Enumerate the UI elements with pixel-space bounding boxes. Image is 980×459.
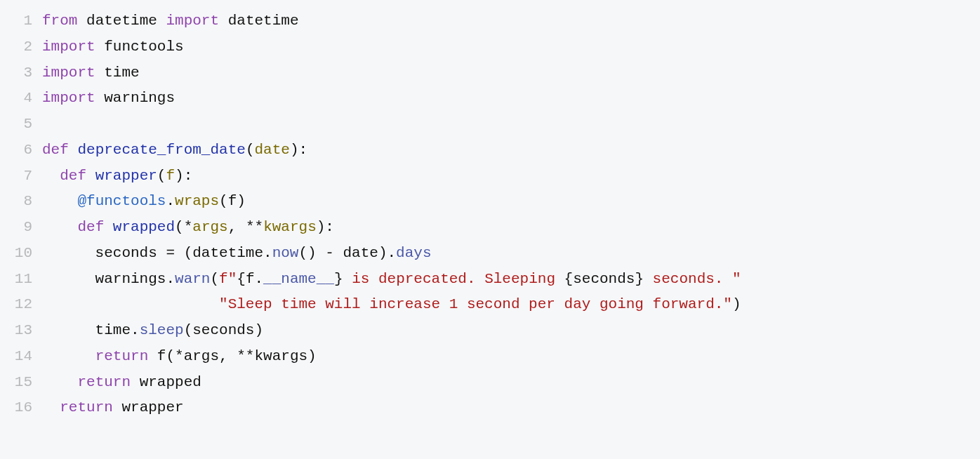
token-param: args xyxy=(192,219,227,235)
token-plain: ( xyxy=(210,271,219,287)
token-plain xyxy=(104,219,113,235)
line-number: 3 xyxy=(6,60,42,86)
token-kw: import xyxy=(42,39,95,55)
line-number: 7 xyxy=(6,164,42,189)
token-plain: () - date). xyxy=(298,245,396,261)
code-line: 15 return wrapped xyxy=(6,370,974,396)
code-line: 10 seconds = (datetime.now() - date).day… xyxy=(6,241,974,267)
token-fname: wrapper xyxy=(95,168,157,184)
token-param: date xyxy=(254,142,289,158)
code-line: 6def deprecate_from_date(date): xyxy=(6,138,974,164)
line-number: 1 xyxy=(6,8,42,34)
code-line: 11 warnings.warn(f"{f.__name__} is depre… xyxy=(6,267,974,293)
token-plain: (f) xyxy=(219,193,246,209)
code-line: 13 time.sleep(seconds) xyxy=(6,318,974,344)
token-kw: import xyxy=(42,90,95,106)
token-kw: import xyxy=(42,65,95,81)
token-plain: seconds = (datetime. xyxy=(42,245,272,261)
code-text: import time xyxy=(42,60,140,86)
code-line: 9 def wrapped(*args, **kwargs): xyxy=(6,215,974,241)
token-plain: warnings. xyxy=(42,271,175,287)
token-plain: {seconds} xyxy=(564,271,644,287)
token-attr: sleep xyxy=(140,322,184,338)
code-block: 1from datetime import datetime2import fu… xyxy=(0,0,980,435)
line-number: 14 xyxy=(6,344,42,370)
token-plain xyxy=(86,168,95,184)
token-plain: * xyxy=(184,219,193,235)
token-plain: time. xyxy=(42,322,140,338)
token-fname: deprecate_from_date xyxy=(77,142,245,158)
code-line: 7 def wrapper(f): xyxy=(6,164,974,189)
code-text: return wrapper xyxy=(42,395,184,421)
token-attr: __name__ xyxy=(263,271,334,287)
line-number: 9 xyxy=(6,215,42,241)
token-plain xyxy=(42,296,219,312)
token-attr: now xyxy=(272,245,299,261)
line-number: 15 xyxy=(6,370,42,396)
token-plain: {f. xyxy=(237,271,263,287)
code-text: from datetime import datetime xyxy=(42,8,299,34)
token-attr: warn xyxy=(175,271,210,287)
token-str: f" xyxy=(219,271,237,287)
token-param: kwargs xyxy=(263,219,317,235)
code-line: 16 return wrapper xyxy=(6,395,974,421)
code-text: return f(*args, **kwargs) xyxy=(42,344,317,370)
token-plain: warnings xyxy=(95,90,175,106)
token-plain: wrapped xyxy=(131,374,201,390)
line-number: 5 xyxy=(6,112,42,138)
token-attr: days xyxy=(396,245,431,261)
token-decorator: @functools xyxy=(77,193,166,209)
code-text: "Sleep time will increase 1 second per d… xyxy=(42,292,741,318)
code-text: def wrapped(*args, **kwargs): xyxy=(42,215,334,241)
line-number: 4 xyxy=(6,86,42,112)
token-plain: ): xyxy=(317,219,334,235)
token-plain: wrapper xyxy=(113,399,184,415)
code-line: 1from datetime import datetime xyxy=(6,8,974,34)
token-plain: ): xyxy=(175,168,192,184)
line-number: 16 xyxy=(6,395,42,421)
token-kw: return xyxy=(95,348,149,364)
token-plain xyxy=(42,399,60,415)
token-plain: datetime xyxy=(219,13,298,29)
code-line: 3import time xyxy=(6,60,974,86)
code-text: def wrapper(f): xyxy=(42,164,192,189)
token-plain: functools xyxy=(95,39,184,55)
token-param: wraps xyxy=(175,193,219,209)
token-plain xyxy=(42,348,95,364)
token-plain: (seconds) xyxy=(184,322,263,338)
token-kw: def xyxy=(42,142,69,158)
token-plain: . xyxy=(166,193,175,209)
token-kw: return xyxy=(77,374,131,390)
token-plain xyxy=(42,219,77,235)
token-str: "Sleep time will increase 1 second per d… xyxy=(219,296,732,312)
token-kw: import xyxy=(166,13,219,29)
code-text: import warnings xyxy=(42,86,175,112)
token-plain xyxy=(69,142,78,158)
code-line: 2import functools xyxy=(6,34,974,60)
code-line: 5 xyxy=(6,112,974,138)
code-text: def deprecate_from_date(date): xyxy=(42,138,307,164)
token-plain: f(*args, **kwargs) xyxy=(148,348,316,364)
line-number: 6 xyxy=(6,138,42,164)
token-plain: ( xyxy=(175,219,184,235)
line-number: 11 xyxy=(6,267,42,293)
code-text: @functools.wraps(f) xyxy=(42,189,246,215)
token-kw: def xyxy=(60,168,86,184)
token-plain: ): xyxy=(290,142,307,158)
token-str: is deprecated. Sleeping xyxy=(343,271,564,287)
token-plain: ( xyxy=(157,168,166,184)
token-plain xyxy=(42,374,77,390)
code-text: import functools xyxy=(42,34,184,60)
code-line: 12 "Sleep time will increase 1 second pe… xyxy=(6,292,974,318)
token-kw: return xyxy=(60,399,113,415)
code-text: return wrapped xyxy=(42,370,201,396)
token-fname: wrapped xyxy=(113,219,175,235)
token-plain: time xyxy=(95,65,140,81)
code-line: 8 @functools.wraps(f) xyxy=(6,189,974,215)
token-plain: ) xyxy=(732,296,741,312)
token-plain: ( xyxy=(246,142,255,158)
token-str: seconds. " xyxy=(644,271,741,287)
code-line: 4import warnings xyxy=(6,86,974,112)
token-plain: datetime xyxy=(77,13,166,29)
line-number: 8 xyxy=(6,189,42,215)
